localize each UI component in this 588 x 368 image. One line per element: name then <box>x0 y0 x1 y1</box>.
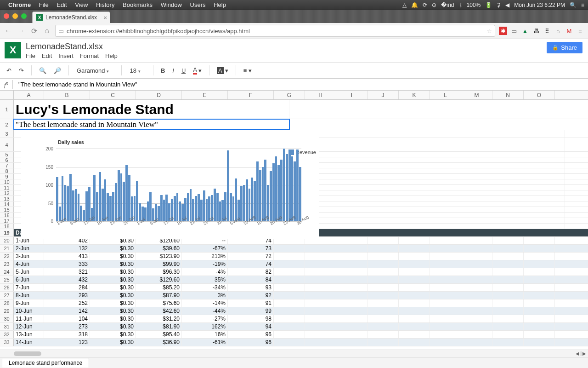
cell[interactable] <box>399 245 430 252</box>
mac-app-name[interactable]: Chrome <box>8 1 31 8</box>
menu-file[interactable]: File <box>26 52 35 59</box>
column-header-I[interactable]: I <box>336 91 368 99</box>
cell[interactable] <box>336 260 368 268</box>
cell[interactable] <box>430 299 461 307</box>
cell[interactable] <box>524 323 555 330</box>
cell[interactable] <box>368 299 399 307</box>
row-header[interactable]: 31 <box>0 323 14 330</box>
cell[interactable]: $0.30 <box>90 253 136 260</box>
row-header[interactable]: 13 <box>0 196 14 201</box>
row-header[interactable]: 4 <box>0 138 14 151</box>
cell[interactable] <box>461 237 492 244</box>
cell[interactable]: $39.60 <box>136 245 182 252</box>
cell[interactable] <box>368 331 399 338</box>
cell[interactable]: 321 <box>44 268 90 276</box>
cell[interactable] <box>274 299 305 307</box>
row-header[interactable]: 27 <box>0 292 14 299</box>
undo-button[interactable]: ↶ <box>5 66 13 75</box>
column-header-E[interactable]: E <box>182 91 228 99</box>
mac-menu-window[interactable]: Window <box>161 1 182 8</box>
cell[interactable]: 84 <box>228 276 274 283</box>
dropbox-icon[interactable]: ⊙ <box>432 2 436 8</box>
volume-icon[interactable]: ◀ <box>505 2 509 8</box>
close-tab-icon[interactable]: × <box>103 14 107 21</box>
cell[interactable]: $0.30 <box>90 339 136 346</box>
menu-insert[interactable]: Insert <box>58 52 74 59</box>
cell[interactable] <box>430 245 461 252</box>
cell[interactable] <box>274 331 305 338</box>
cell[interactable] <box>399 331 430 338</box>
cell[interactable]: 16% <box>182 331 228 338</box>
close-window-button[interactable] <box>4 13 9 19</box>
cell[interactable] <box>399 339 430 346</box>
cell[interactable] <box>524 315 555 322</box>
cell[interactable] <box>492 268 524 276</box>
cell[interactable] <box>524 307 555 315</box>
row-header[interactable]: 3 <box>0 130 14 138</box>
cell[interactable] <box>430 276 461 283</box>
cell[interactable]: $123.90 <box>136 253 182 260</box>
cell[interactable]: 82 <box>228 268 274 276</box>
document-title[interactable]: LemonadeStand.xlsx <box>26 42 118 52</box>
cell[interactable] <box>305 245 336 252</box>
spotlight-icon[interactable]: 🔍 <box>570 2 577 8</box>
cell[interactable] <box>524 253 555 260</box>
cell[interactable]: $0.30 <box>90 268 136 276</box>
row-header[interactable]: 25 <box>0 276 14 283</box>
cell[interactable] <box>274 292 305 299</box>
row-header[interactable]: 22 <box>0 253 14 260</box>
row-header[interactable]: 1 <box>0 100 14 119</box>
cell[interactable] <box>524 339 555 346</box>
scroll-right-icon[interactable]: ▶ <box>582 351 586 356</box>
menu-help[interactable]: Help <box>105 52 118 59</box>
cell[interactable] <box>305 268 336 276</box>
cell[interactable]: $0.30 <box>90 315 136 322</box>
cell[interactable]: $0.30 <box>90 323 136 330</box>
cell[interactable]: 8-Jun <box>14 292 44 299</box>
cell[interactable] <box>461 284 492 291</box>
column-header-N[interactable]: N <box>492 91 524 99</box>
bold-button[interactable]: B <box>159 66 167 75</box>
cell[interactable]: $99.90 <box>136 260 182 268</box>
mac-menu-help[interactable]: Help <box>214 1 226 8</box>
minimize-window-button[interactable] <box>12 13 18 19</box>
gdrive-icon[interactable]: △ <box>402 2 407 8</box>
cell[interactable] <box>492 339 524 346</box>
cell[interactable] <box>399 299 430 307</box>
cell[interactable]: $85.20 <box>136 284 182 291</box>
menu-edit[interactable]: Edit <box>42 52 52 59</box>
cell[interactable] <box>492 253 524 260</box>
cell[interactable] <box>430 339 461 346</box>
cell[interactable]: 142 <box>44 307 90 315</box>
reload-button[interactable]: ⟳ <box>29 27 39 35</box>
zoom-out-button[interactable]: 🔍 <box>37 66 48 75</box>
cell[interactable]: 92 <box>228 292 274 299</box>
cell[interactable] <box>305 299 336 307</box>
select-all-corner[interactable] <box>0 91 14 99</box>
mac-menu-history[interactable]: History <box>96 1 114 8</box>
cell[interactable]: 162% <box>182 323 228 330</box>
cell[interactable] <box>336 307 368 315</box>
cell[interactable]: -44% <box>182 307 228 315</box>
row-header[interactable]: 21 <box>0 245 14 252</box>
row-header[interactable]: 12 <box>0 190 14 196</box>
formula-input[interactable] <box>16 80 585 89</box>
row-header[interactable]: 26 <box>0 284 14 291</box>
cell[interactable] <box>274 268 305 276</box>
cell[interactable] <box>305 292 336 299</box>
column-header-M[interactable]: M <box>461 91 492 99</box>
cell[interactable] <box>430 253 461 260</box>
cell[interactable] <box>492 292 524 299</box>
bluetooth-icon[interactable]: ᛒ <box>459 2 462 8</box>
cell[interactable] <box>336 284 368 291</box>
home-button[interactable]: ⌂ <box>42 27 51 35</box>
mac-menu-view[interactable]: View <box>75 1 88 8</box>
share-button[interactable]: 🔒 Share <box>547 42 582 53</box>
align-button[interactable]: ≡ ▾ <box>242 66 254 75</box>
cell[interactable] <box>14 130 565 138</box>
cell[interactable] <box>336 292 368 299</box>
cell[interactable] <box>274 253 305 260</box>
column-header-D[interactable]: D <box>136 91 182 99</box>
cell[interactable] <box>430 268 461 276</box>
cell[interactable]: -34% <box>182 284 228 291</box>
